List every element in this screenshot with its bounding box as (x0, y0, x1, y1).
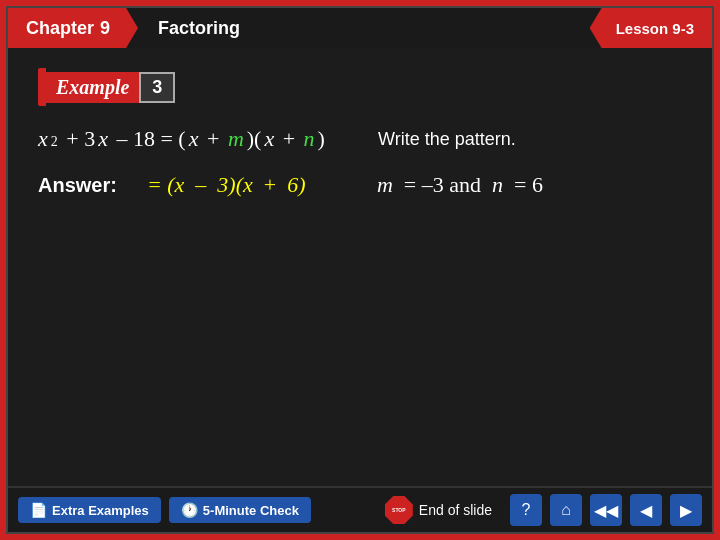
example-red-bar (38, 68, 46, 106)
answer-label: Answer: (38, 174, 117, 197)
home-button[interactable]: ⌂ (550, 494, 582, 526)
inner-frame: Chapter 9 Factoring Lesson 9-3 Example 3… (6, 6, 714, 534)
top-bar: Chapter 9 Factoring Lesson 9-3 (8, 8, 712, 48)
extra-examples-button[interactable]: 📄 Extra Examples (18, 497, 161, 523)
back-button[interactable]: ◀◀ (590, 494, 622, 526)
equation-row: x2 + 3x – 18 = (x + m )(x + n ) Write th… (38, 126, 682, 152)
five-minute-check-button[interactable]: 🕐 5-Minute Check (169, 497, 311, 523)
five-min-icon: 🕐 (181, 502, 198, 518)
end-of-slide-label: End of slide (419, 502, 492, 518)
example-number: 3 (139, 72, 175, 103)
example-label: Example (46, 72, 139, 103)
extra-examples-label: Extra Examples (52, 503, 149, 518)
chapter-badge: Chapter 9 (8, 8, 138, 48)
next-button[interactable]: ▶ (670, 494, 702, 526)
equation-description: Write the pattern. (378, 129, 516, 150)
chapter-number: 9 (100, 18, 110, 39)
answer-expression: = (x – 3)(x + 6) (147, 172, 347, 198)
extra-examples-icon: 📄 (30, 502, 47, 518)
help-button[interactable]: ? (510, 494, 542, 526)
end-of-slide-container: STOP End of slide (385, 496, 492, 524)
main-content: Example 3 x2 + 3x – 18 = (x + m )(x + n … (8, 48, 712, 486)
chapter-label: Chapter (26, 18, 94, 39)
lesson-badge: Lesson 9-3 (590, 8, 712, 48)
stop-sign-icon: STOP (385, 496, 413, 524)
prev-button[interactable]: ◀ (630, 494, 662, 526)
five-min-label: 5-Minute Check (203, 503, 299, 518)
answer-detail: m = –3 and n = 6 (377, 172, 543, 198)
topic-label: Factoring (138, 8, 260, 48)
answer-row: Answer: = (x – 3)(x + 6) m = –3 and n = … (38, 172, 682, 198)
outer-frame: Chapter 9 Factoring Lesson 9-3 Example 3… (0, 0, 720, 540)
bottom-bar: 📄 Extra Examples 🕐 5-Minute Check STOP E… (8, 486, 712, 532)
equation-lhs: x2 + 3x – 18 = (x + m )(x + n ) (38, 126, 338, 152)
example-banner: Example 3 (38, 68, 175, 106)
